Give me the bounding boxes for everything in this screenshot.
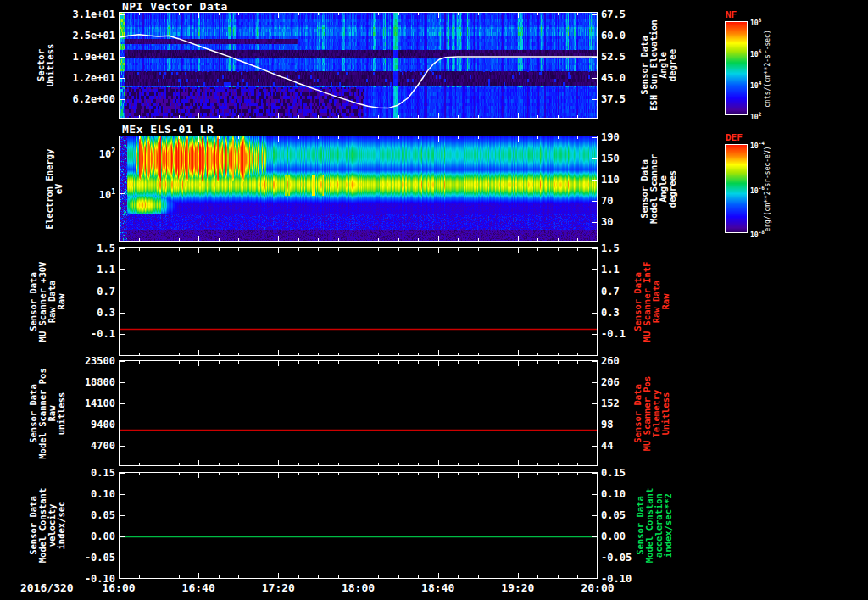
model-constant-velocity-left-axis-label: Sensor DataModel Constantvelocityindex/s… [22, 472, 73, 579]
colorbar-label-nf: NF [726, 9, 737, 20]
colorbar-nf-units-label: cnts/(cm**2-sr-sec) [757, 21, 779, 115]
npi-vector-left-tick-label: 3.1e+01 [51, 8, 115, 20]
npi-vector-left-tick-label: 1.9e+01 [51, 51, 115, 63]
panel-title-mex-els: MEx ELS-01 LR [122, 123, 214, 136]
model-scanner-pos-line-panel-canvas [119, 360, 598, 466]
model-scanner-pos-right-axis-label: Sensor DataMU Scanner PosTelemetryUnitle… [627, 360, 676, 466]
x-axis-tick-label: 20:00 [575, 581, 620, 594]
x-axis-tick-label: 16:40 [175, 581, 221, 594]
date-label: 2016/320 [20, 581, 92, 594]
npi-vector-left-tick-label: 1.2e+01 [51, 72, 115, 84]
npi-vector-left-tick-label: 2.5e+01 [51, 30, 115, 42]
npi-vector-left-tick-label: 6.2e+00 [51, 93, 115, 105]
x-axis-tick-label: 18:00 [336, 581, 381, 594]
x-axis-tick-label: 17:20 [255, 581, 301, 594]
model-constant-velocity-line-panel-canvas [119, 472, 598, 579]
mu-scanner-30v-line-panel-canvas [119, 247, 598, 356]
x-axis-tick-label: 18:40 [415, 581, 461, 594]
colorbar-def-units-label: erg/(cm**2-sr-sec-eV) [757, 144, 779, 233]
els-energy-spectrogram-canvas [119, 136, 598, 242]
panel-title-npi-vector-data: NPI Vector Data [122, 0, 228, 13]
npi-sector-spectrogram-canvas [119, 12, 598, 119]
model-constant-velocity-right-axis-label: Sensor DataModel Constantaccelerationind… [627, 472, 682, 579]
mu-scanner-30v-left-axis-label: Sensor DataMU Scanner +30VRaw DataRaw [22, 247, 73, 356]
mu-scanner-30v-right-axis-label: Sensor DataMU Scanner IntFRaw DataRaw [627, 247, 676, 356]
colorbar-def [725, 144, 748, 233]
els-left-axis-label: Electron EnergyeV [41, 136, 68, 242]
x-axis-tick-label: 19:20 [495, 581, 541, 594]
spacecraft-data-plot-figure: NPI Vector Data MEx ELS-01 LR 3.1e+012.5… [0, 0, 868, 600]
colorbar-nf [725, 21, 748, 115]
npi-vector-right-axis-label: Sensor DataESH Sun ElevationAngledegree [634, 12, 683, 119]
els-right-axis-label: Sensor DataModel ScannerAngledegrees [634, 136, 683, 242]
colorbar-label-def: DEF [726, 132, 743, 143]
model-scanner-pos-left-axis-label: Sensor DataModel Scanner PosRawunitless [22, 360, 73, 466]
npi-vector-left-axis-label: SectorUnitless [32, 12, 59, 119]
x-axis-tick-label: 16:00 [96, 581, 142, 594]
